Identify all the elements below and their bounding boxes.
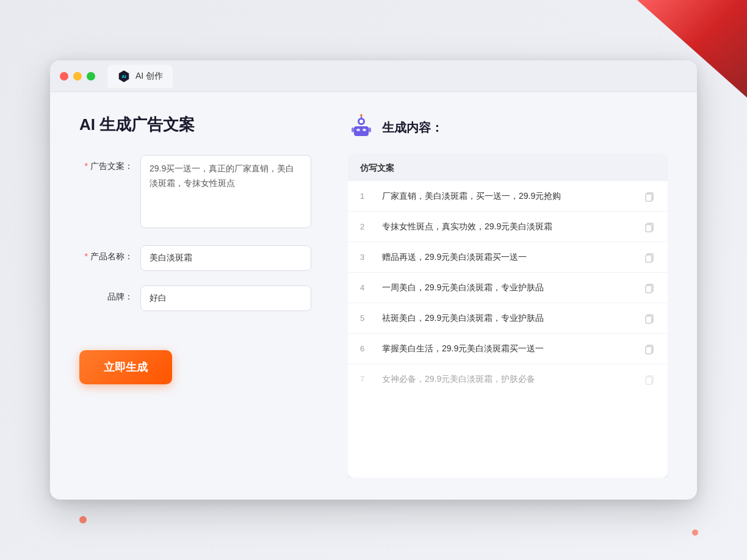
table-row-faded: 7 女神必备，29.9元美白淡斑霜，护肤必备 (348, 364, 668, 394)
main-content: AI 生成广告文案 *广告文案： 29.9买一送一，真正的厂家直销，美白淡斑霜，… (50, 92, 697, 500)
traffic-lights (60, 72, 95, 81)
product-name-label: *产品名称： (79, 245, 133, 262)
svg-text:AI: AI (121, 74, 126, 79)
tab-label: AI 创作 (135, 71, 163, 82)
svg-rect-18 (646, 285, 652, 293)
table-row: 1 厂家直销，美白淡斑霜，买一送一，29.9元抢购 (348, 181, 668, 212)
required-star-ad: * (85, 161, 88, 171)
left-panel: AI 生成广告文案 *广告文案： 29.9买一送一，真正的厂家直销，美白淡斑霜，… (79, 114, 311, 478)
row-text-1: 厂家直销，美白淡斑霜，买一送一，29.9元抢购 (382, 190, 633, 203)
svg-rect-20 (646, 316, 652, 323)
row-num-5: 5 (360, 314, 372, 323)
row-text-2: 专抹女性斑点，真实功效，29.9元美白淡斑霜 (382, 220, 633, 233)
svg-rect-6 (369, 127, 371, 132)
svg-rect-16 (646, 255, 652, 262)
copy-icon-2[interactable] (643, 221, 655, 233)
table-row: 5 祛斑美白，29.9元美白淡斑霜，专业护肤品 (348, 303, 668, 334)
title-bar: AI AI 创作 (50, 60, 697, 92)
copy-icon-7[interactable] (643, 373, 655, 386)
browser-window: AI AI 创作 AI 生成广告文案 *广告文案： 29.9买一送一，真正的厂家… (50, 60, 697, 500)
svg-rect-14 (646, 224, 652, 232)
brand-row: 品牌： (79, 285, 311, 311)
row-text-7: 女神必备，29.9元美白淡斑霜，护肤必备 (382, 373, 633, 386)
results-header: 生成内容： (348, 114, 668, 141)
row-text-6: 掌握美白生活，29.9元美白淡斑霜买一送一 (382, 342, 633, 355)
svg-rect-4 (354, 126, 369, 136)
svg-point-3 (359, 120, 363, 123)
ad-copy-textarea[interactable]: 29.9买一送一，真正的厂家直销，美白淡斑霜，专抹女性斑点 (140, 155, 311, 228)
ad-copy-row: *广告文案： 29.9买一送一，真正的厂家直销，美白淡斑霜，专抹女性斑点 (79, 155, 311, 231)
copy-icon-5[interactable] (643, 312, 655, 325)
robot-icon (348, 114, 375, 141)
ad-copy-label: *广告文案： (79, 155, 133, 172)
table-row: 3 赠品再送，29.9元美白淡斑霜买一送一 (348, 242, 668, 273)
svg-rect-8 (363, 129, 366, 131)
ai-tab-icon: AI (117, 70, 131, 83)
row-num-1: 1 (360, 192, 372, 201)
brand-label: 品牌： (79, 285, 133, 303)
generate-button[interactable]: 立即生成 (79, 350, 172, 384)
decorative-dot-bl (79, 516, 87, 523)
svg-rect-12 (646, 194, 652, 201)
row-num-3: 3 (360, 253, 372, 262)
copy-icon-6[interactable] (643, 343, 655, 355)
table-row: 4 一周美白，29.9元美白淡斑霜，专业护肤品 (348, 273, 668, 303)
copy-icon-4[interactable] (643, 282, 655, 294)
row-num-2: 2 (360, 222, 372, 231)
brand-input-wrap (140, 285, 311, 311)
results-title: 生成内容： (382, 120, 443, 136)
svg-rect-22 (646, 346, 652, 354)
required-star-product: * (85, 251, 88, 261)
row-num-7: 7 (360, 375, 372, 384)
maximize-button[interactable] (87, 72, 95, 81)
svg-rect-7 (356, 129, 360, 131)
table-row: 6 掌握美白生活，29.9元美白淡斑霜买一送一 (348, 334, 668, 364)
row-text-3: 赠品再送，29.9元美白淡斑霜买一送一 (382, 251, 633, 264)
row-num-4: 4 (360, 283, 372, 292)
copy-icon-3[interactable] (643, 251, 655, 264)
table-header: 仿写文案 (348, 156, 668, 181)
product-name-input[interactable] (140, 245, 311, 271)
product-name-input-wrap (140, 245, 311, 271)
brand-input[interactable] (140, 285, 311, 311)
right-panel: 生成内容： 仿写文案 1 厂家直销，美白淡斑霜，买一送一，29.9元抢购 2 专… (348, 114, 668, 478)
svg-rect-5 (352, 127, 354, 132)
close-button[interactable] (60, 72, 68, 81)
row-num-6: 6 (360, 344, 372, 353)
copy-icon-1[interactable] (643, 190, 655, 203)
results-table: 仿写文案 1 厂家直销，美白淡斑霜，买一送一，29.9元抢购 2 专抹女性斑点，… (348, 156, 668, 478)
row-text-5: 祛斑美白，29.9元美白淡斑霜，专业护肤品 (382, 312, 633, 325)
ai-creation-tab[interactable]: AI AI 创作 (107, 65, 173, 88)
svg-point-10 (360, 114, 363, 117)
product-name-row: *产品名称： (79, 245, 311, 271)
ad-copy-input-wrap: 29.9买一送一，真正的厂家直销，美白淡斑霜，专抹女性斑点 (140, 155, 311, 231)
table-row: 2 专抹女性斑点，真实功效，29.9元美白淡斑霜 (348, 212, 668, 242)
page-title: AI 生成广告文案 (79, 114, 311, 135)
decorative-dot-br (692, 529, 698, 536)
row-text-4: 一周美白，29.9元美白淡斑霜，专业护肤品 (382, 281, 633, 294)
svg-rect-24 (646, 377, 652, 384)
minimize-button[interactable] (73, 72, 82, 81)
